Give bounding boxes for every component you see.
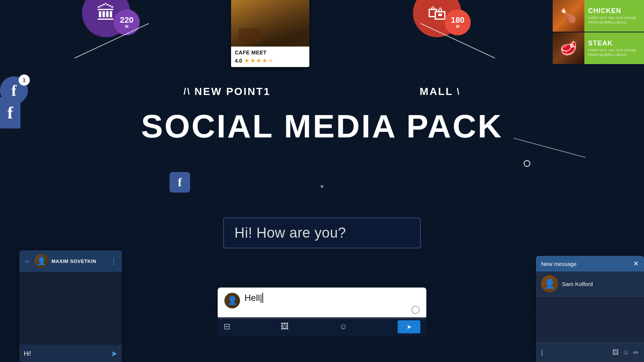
shopping-icon: 🛍: [427, 2, 447, 24]
speech-bubble-box: Hi! How are you?: [223, 217, 421, 248]
chat-user-avatar: 👤: [34, 254, 48, 268]
food-menu: CHICKEN EVERY DAY YOU CAN CHOSE FROM SEV…: [553, 0, 644, 64]
chicken-thumb: [553, 0, 584, 32]
emoji-footer-icon[interactable]: ☺: [623, 349, 629, 357]
new-message-header: New message ✕: [536, 256, 644, 272]
food-item-chicken: CHICKEN EVERY DAY YOU CAN CHOSE FROM SEV…: [553, 0, 644, 32]
image-attach-icon[interactable]: 🖼: [612, 349, 619, 357]
cafe-stars: ★ ★ ★ ★ ★: [244, 57, 273, 64]
chat-menu-button[interactable]: ⋮: [110, 257, 117, 266]
text-cursor: |: [260, 293, 263, 303]
shopping-badge-number: 180: [451, 16, 465, 24]
chicken-desc: EVERY DAY YOU CAN CHOSE FROM SEVERAL MEA…: [588, 16, 640, 25]
steak-title: STEAK: [588, 39, 640, 47]
chat-back-button[interactable]: ←: [24, 257, 31, 266]
steak-desc: EVERY DAY YOU CAN CHOSE FROM SEVERAL MEA…: [588, 48, 640, 57]
star-4: ★: [262, 57, 267, 64]
recipient-avatar: 👤: [541, 275, 558, 292]
message-input-area[interactable]: 👤 Hell|: [218, 288, 426, 319]
message-input-circle: [411, 306, 420, 314]
facebook-f-center: f: [178, 175, 182, 189]
message-typed-text: Hell|: [244, 293, 263, 303]
close-message-button[interactable]: ✕: [633, 260, 639, 268]
star-2: ★: [250, 57, 255, 64]
new-message-footer: | 🖼 ☺ ✏: [536, 343, 644, 362]
monument-badge-unit: M: [125, 24, 128, 29]
facebook-notification-badge: 1: [19, 74, 30, 86]
main-title-text: SOCIAL MEDIA PACK: [0, 110, 644, 143]
chat-footer: Hi! ➤: [19, 345, 122, 362]
new-message-title: New message: [541, 261, 577, 267]
star-5: ★: [268, 57, 273, 64]
shopping-badge-unit: M: [456, 24, 459, 29]
chat-header-left: ← 👤 MAXIM SOVETKIN: [24, 254, 96, 268]
cafe-rating-row: 4.0 ★ ★ ★ ★ ★: [235, 57, 306, 64]
food-item-steak: STEAK EVERY DAY YOU CAN CHOSE FROM SEVER…: [553, 32, 644, 64]
monument-icon: 🏛: [97, 2, 116, 24]
new-point-label: NEW POINT1: [183, 86, 271, 98]
cafe-card: CAFE MEET 4.0 ★ ★ ★ ★ ★: [231, 0, 309, 67]
bottom-action-bar: ⊟ 🖼 ☺ ➤: [218, 317, 426, 336]
new-message-body: [536, 296, 644, 342]
mall-label: MALL: [420, 86, 460, 98]
monument-cluster: 🏛 220 M: [82, 0, 130, 37]
cafe-card-image: [231, 0, 309, 47]
down-arrow: ▼: [319, 184, 325, 190]
emoji-icon[interactable]: ☺: [339, 322, 347, 331]
cafe-score: 4.0: [235, 58, 242, 64]
main-title-section: SOCIAL MEDIA PACK: [0, 110, 644, 143]
send-button-label: ➤: [407, 323, 411, 330]
steak-thumb: [553, 32, 584, 64]
star-1: ★: [244, 57, 249, 64]
pen-icon[interactable]: ✏: [633, 349, 639, 357]
labels-section: NEW POINT1 MALL: [0, 86, 644, 98]
new-message-panel: New message ✕ 👤 Sam Kolford | 🖼 ☺ ✏: [536, 256, 644, 362]
steak-info: STEAK EVERY DAY YOU CAN CHOSE FROM SEVER…: [584, 32, 644, 64]
recipient-name: Sam Kolford: [562, 281, 593, 287]
chat-send-button[interactable]: ➤: [111, 349, 117, 359]
chat-body: [19, 272, 122, 344]
cafe-name: CAFE MEET: [235, 50, 306, 55]
speech-text: Hi! How are you?: [234, 225, 346, 241]
chat-username: MAXIM SOVETKIN: [51, 258, 96, 264]
monument-badge-number: 220: [120, 16, 134, 24]
cafe-card-body: CAFE MEET 4.0 ★ ★ ★ ★ ★: [231, 47, 309, 67]
star-3: ★: [256, 57, 261, 64]
shopping-badge: 180 M: [445, 9, 471, 35]
send-button[interactable]: ➤: [398, 320, 420, 333]
speech-bubble: Hi! How are you?: [223, 217, 421, 248]
dot-indicator: [524, 160, 530, 167]
facebook-icon-center[interactable]: f: [170, 172, 190, 193]
attach-icon[interactable]: ⊟: [224, 322, 230, 331]
message-footer-icons: 🖼 ☺ ✏: [612, 349, 639, 357]
message-recipient-row: 👤 Sam Kolford: [536, 272, 644, 296]
monument-circle: 🏛 220 M: [82, 0, 130, 37]
monument-badge: 220 M: [114, 9, 140, 35]
chicken-info: CHICKEN EVERY DAY YOU CAN CHOSE FROM SEV…: [584, 0, 644, 32]
chicken-title: CHICKEN: [588, 7, 640, 15]
image-icon[interactable]: 🖼: [281, 322, 289, 331]
chat-input-text[interactable]: Hi!: [24, 350, 31, 357]
chat-header: ← 👤 MAXIM SOVETKIN ⋮: [19, 250, 122, 272]
chat-panel-left: ← 👤 MAXIM SOVETKIN ⋮ Hi! ➤: [19, 250, 122, 362]
new-message-input[interactable]: |: [541, 349, 543, 356]
message-text-content[interactable]: Hell|: [244, 293, 407, 303]
message-sender-avatar: 👤: [224, 293, 240, 308]
